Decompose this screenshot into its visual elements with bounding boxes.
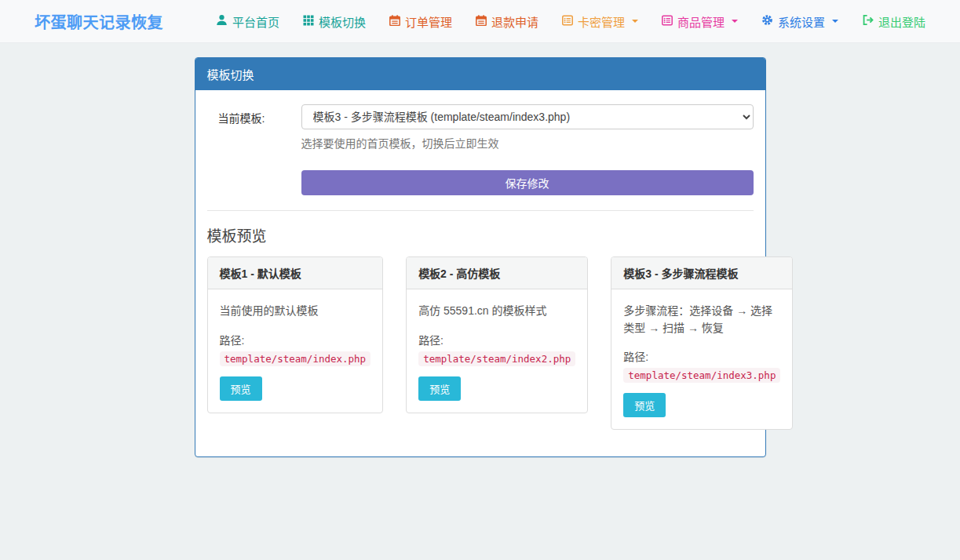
nav-item-system-settings[interactable]: 系统设置: [761, 13, 838, 30]
template-card-description: 当前使用的默认模板: [220, 303, 371, 320]
nav-item-label: 平台首页: [232, 13, 279, 30]
gear-icon: [761, 14, 773, 28]
calendar-icon: [476, 15, 487, 28]
nav-menu: 平台首页 模板切换 订单管理: [216, 13, 925, 30]
preview-button-1[interactable]: 预览: [220, 376, 262, 401]
nav-item-logout[interactable]: 退出登陆: [862, 13, 925, 30]
nav-item-label: 订单管理: [405, 13, 452, 30]
chevron-down-icon: [732, 20, 738, 23]
path-label: 路径:: [623, 348, 780, 364]
template-card-2: 模板2 - 高仿模板 高仿 55591.cn 的模板样式 路径: templat…: [406, 256, 588, 413]
template-card-body: 高仿 55591.cn 的模板样式 路径: template/steam/ind…: [407, 289, 587, 413]
chevron-down-icon: [632, 20, 638, 23]
save-control: 保存修改: [301, 170, 754, 195]
template-card-body: 当前使用的默认模板 路径: template/steam/index.php 预…: [208, 289, 383, 413]
nav-item-refund-request[interactable]: 退款申请: [476, 13, 538, 30]
template-card-title: 模板3 - 多步骤流程模板: [611, 257, 792, 289]
save-button[interactable]: 保存修改: [301, 170, 754, 195]
template-card-description: 高仿 55591.cn 的模板样式: [418, 303, 575, 320]
template-card-body: 多步骤流程：选择设备 → 选择类型 → 扫描 → 恢复 路径: template…: [611, 289, 792, 429]
logout-icon: [862, 14, 874, 28]
save-row-spacer: [218, 170, 301, 195]
current-template-label: 当前模板:: [218, 104, 301, 151]
nav-item-template-switch[interactable]: 模板切换: [303, 13, 366, 30]
template-select[interactable]: 模板3 - 多步骤流程模板 (template/steam/index3.php…: [301, 104, 754, 129]
preview-button-2[interactable]: 预览: [418, 376, 461, 401]
section-divider: [207, 210, 754, 211]
nav-item-order-management[interactable]: 订单管理: [389, 13, 452, 30]
nav-item-label: 模板切换: [319, 13, 366, 30]
current-template-form-row: 当前模板: 模板3 - 多步骤流程模板 (template/steam/inde…: [207, 104, 754, 151]
nav-item-label: 商品管理: [677, 13, 725, 30]
panel-body: 当前模板: 模板3 - 多步骤流程模板 (template/steam/inde…: [195, 90, 765, 456]
calendar-icon: [389, 15, 400, 28]
nav-item-label: 系统设置: [778, 13, 825, 30]
list-icon: [662, 15, 673, 28]
template-cards-row: 模板1 - 默认模板 当前使用的默认模板 路径: template/steam/…: [207, 256, 754, 430]
preview-button-3[interactable]: 预览: [623, 393, 666, 417]
main-content: 模板切换 当前模板: 模板3 - 多步骤流程模板 (template/steam…: [195, 57, 766, 457]
template-path-code: template/steam/index3.php: [623, 368, 780, 383]
current-template-control: 模板3 - 多步骤流程模板 (template/steam/index3.php…: [301, 104, 754, 151]
nav-item-label: 卡密管理: [578, 13, 625, 30]
preview-section-heading: 模板预览: [207, 224, 754, 245]
grid-icon: [303, 15, 314, 28]
panel-title: 模板切换: [195, 58, 765, 90]
template-card-3: 模板3 - 多步骤流程模板 多步骤流程：选择设备 → 选择类型 → 扫描 → 恢…: [611, 256, 793, 430]
template-switch-panel: 模板切换 当前模板: 模板3 - 多步骤流程模板 (template/steam…: [195, 57, 766, 457]
user-icon: [216, 14, 228, 28]
nav-item-label: 退出登陆: [878, 13, 925, 30]
template-card-description: 多步骤流程：选择设备 → 选择类型 → 扫描 → 恢复: [623, 303, 780, 336]
nav-item-product-management[interactable]: 商品管理: [662, 13, 738, 30]
template-card-title: 模板2 - 高仿模板: [407, 257, 587, 289]
path-label: 路径:: [220, 332, 371, 347]
template-card-1: 模板1 - 默认模板 当前使用的默认模板 路径: template/steam/…: [207, 256, 384, 413]
template-select-help-text: 选择要使用的首页模板，切换后立即生效: [301, 135, 754, 151]
template-path-code: template/steam/index.php: [220, 351, 371, 366]
template-path-code: template/steam/index2.php: [418, 351, 575, 366]
nav-item-label: 退款申请: [491, 13, 538, 30]
chevron-down-icon: [832, 20, 838, 23]
path-label: 路径:: [418, 332, 575, 347]
navbar: 坏蛋聊天记录恢复 平台首页 模板切换: [0, 0, 960, 43]
nav-item-card-key-management[interactable]: 卡密管理: [562, 13, 638, 30]
list-icon: [562, 15, 573, 28]
brand-title[interactable]: 坏蛋聊天记录恢复: [35, 10, 163, 33]
save-form-row: 保存修改: [207, 170, 754, 195]
nav-item-platform-home[interactable]: 平台首页: [216, 13, 279, 30]
template-card-title: 模板1 - 默认模板: [208, 257, 383, 289]
